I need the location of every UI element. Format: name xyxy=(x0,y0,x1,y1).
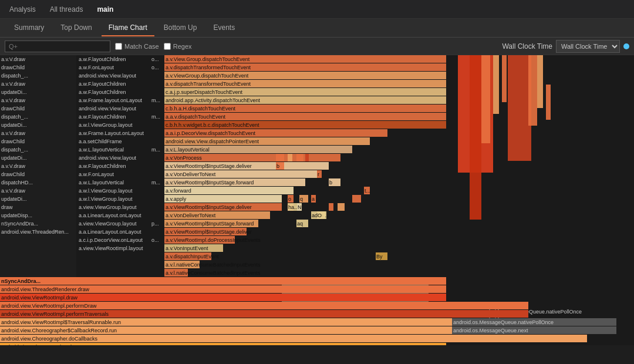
svg-text:dispatch_...: dispatch_... xyxy=(1,147,28,153)
svg-text:a.w.l.ViewGroup.layout: a.w.l.ViewGroup.layout xyxy=(79,122,133,128)
svg-text:android.view.ViewRootImpl$Trav: android.view.ViewRootImpl$TraversalRunna… xyxy=(1,319,121,325)
svg-text:b: b xyxy=(276,163,279,169)
svg-text:updateDisp...: updateDisp... xyxy=(1,213,32,218)
svg-text:c.b.h.h.v.widget.b.c.dispatchT: c.b.h.h.v.widget.b.c.dispatchTouchEvent xyxy=(166,122,259,128)
svg-text:a.w.F.layoutChildren: a.w.F.layoutChildren xyxy=(79,81,126,87)
svg-rect-139 xyxy=(329,203,333,211)
nav-all-threads[interactable]: All threads xyxy=(48,4,86,15)
svg-rect-119 xyxy=(276,154,284,161)
svg-rect-117 xyxy=(537,55,543,108)
svg-text:a.v.ViewRootImpl$InputStage.de: a.v.ViewRootImpl$InputStage.deliver xyxy=(166,163,252,169)
svg-text:m...: m... xyxy=(151,180,160,186)
regex-checkbox[interactable] xyxy=(164,43,171,50)
svg-text:a.v.dispatchTransformedTouchEv: a.v.dispatchTransformedTouchEvent xyxy=(166,65,251,70)
svg-text:updateDi...: updateDi... xyxy=(1,122,27,128)
svg-text:a.v.ViewRootImpl.doProcessInpu: a.v.ViewRootImpl.doProcessInputEvents xyxy=(166,237,261,243)
svg-text:drawChild: drawChild xyxy=(1,65,25,70)
svg-rect-121 xyxy=(296,154,303,161)
wall-clock-select[interactable]: Wall Clock Time Thread Time xyxy=(556,40,620,53)
svg-text:b: b xyxy=(329,180,332,186)
search-bar: Match Case Regex Wall Clock Time Wall Cl… xyxy=(0,38,634,55)
svg-text:a.v.V.draw: a.v.V.draw xyxy=(1,56,26,62)
svg-text:a.a.i.p.DecorView.dispatchTouc: a.a.i.p.DecorView.dispatchTouchEvent xyxy=(166,130,255,136)
svg-text:draw: draw xyxy=(1,204,13,210)
tab-bottom-up[interactable]: Bottom Up xyxy=(157,20,204,36)
svg-text:q: q xyxy=(300,196,303,202)
tab-flame-chart[interactable]: Flame Chart xyxy=(102,20,154,36)
svg-text:updateDi...: updateDi... xyxy=(1,155,27,161)
svg-text:o...: o... xyxy=(151,56,159,62)
svg-text:nSyncAndDra...: nSyncAndDra... xyxy=(1,278,41,284)
svg-text:a.view.ViewRootImpl.layout: a.view.ViewRootImpl.layout xyxy=(79,245,143,251)
svg-text:a.v.VonDeliverToNext: a.v.VonDeliverToNext xyxy=(166,171,216,177)
svg-text:a.w.F.layoutChildren: a.w.F.layoutChildren xyxy=(79,89,126,95)
svg-text:a.v.ViewRootImpl$InputStage.fo: a.v.ViewRootImpl$InputStage.forward xyxy=(166,180,254,186)
svg-text:android.view.ThreadedRenderer.: android.view.ThreadedRenderer.draw xyxy=(1,287,90,292)
flame-chart-svg[interactable]: a.v.V.draw drawChild dispatch_... a.v.V.… xyxy=(0,55,634,345)
svg-text:a.v.ViewRootImpl$InputStage.de: a.v.ViewRootImpl$InputStage.deliver xyxy=(166,229,252,235)
match-case-checkbox[interactable] xyxy=(115,43,122,50)
svg-text:By: By xyxy=(376,254,383,259)
tab-summary[interactable]: Summary xyxy=(7,20,51,36)
svg-text:a.w.Frame.Layout.onLayout: a.w.Frame.Layout.onLayout xyxy=(79,130,144,136)
svg-text:a.v.VonInputEvent: a.v.VonInputEvent xyxy=(166,245,208,251)
svg-text:a.v.View.Group.dispatchTouchEv: a.v.View.Group.dispatchTouchEvent xyxy=(166,56,250,62)
match-case-label[interactable]: Match Case xyxy=(115,43,159,50)
svg-text:p...: p... xyxy=(151,221,159,227)
svg-text:dispatchHD...: dispatchHD... xyxy=(1,180,33,186)
svg-text:a.v.V.draw: a.v.V.draw xyxy=(1,81,26,87)
svg-text:a.w.F.layoutChildren: a.w.F.layoutChildren xyxy=(79,114,126,120)
svg-text:nSyncAndDra...: nSyncAndDra... xyxy=(1,221,38,227)
svg-rect-114 xyxy=(502,55,507,102)
svg-text:android.view.Choreographer.doC: android.view.Choreographer.doCallbacks xyxy=(1,336,98,342)
svg-text:a.v.VonDeliverToNext: a.v.VonDeliverToNext xyxy=(166,213,216,218)
svg-text:android.view.ThreadedRen...: android.view.ThreadedRen... xyxy=(1,229,69,235)
tab-top-down[interactable]: Top Down xyxy=(53,20,99,36)
svg-text:a.w.F.onLayout: a.w.F.onLayout xyxy=(79,65,114,70)
svg-rect-120 xyxy=(288,154,292,161)
nav-analysis[interactable]: Analysis xyxy=(7,4,38,15)
svg-text:m...: m... xyxy=(151,114,160,120)
search-input[interactable] xyxy=(5,41,110,52)
svg-rect-116 xyxy=(528,55,537,126)
svg-text:a.w.L.layoutVertical: a.w.L.layoutVertical xyxy=(79,147,124,153)
svg-text:android.view.Choreographer.doF: android.view.Choreographer.doFrame xyxy=(1,344,90,345)
svg-text:android.os.MessageQueue.native: android.os.MessageQueue.nativePollOnce xyxy=(453,319,554,325)
svg-text:t...: t... xyxy=(365,188,370,194)
svg-text:a.v.V.draw: a.v.V.draw xyxy=(1,188,26,194)
svg-text:android.app.Activity.dispatchT: android.app.Activity.dispatchTouchEvent xyxy=(166,97,260,103)
svg-rect-141 xyxy=(352,195,361,203)
regex-label[interactable]: Regex xyxy=(164,43,192,50)
svg-text:a.v.V.draw: a.v.V.draw xyxy=(1,130,26,136)
clock-dot-indicator xyxy=(623,43,629,49)
svg-text:adO: adO xyxy=(312,213,322,218)
svg-text:a.c.i.p.DecorView.onLayout: a.c.i.p.DecorView.onLayout xyxy=(79,237,143,243)
svg-text:dispatch_...: dispatch_... xyxy=(1,114,28,120)
svg-text:aq: aq xyxy=(297,221,303,227)
svg-rect-112 xyxy=(481,55,490,143)
svg-text:dispatch_...: dispatch_... xyxy=(1,73,28,79)
svg-text:a.v.VonProcess: a.v.VonProcess xyxy=(166,155,202,161)
svg-text:a.v.L.layoutVertical: a.v.L.layoutVertical xyxy=(166,147,210,153)
svg-rect-157 xyxy=(0,277,446,285)
svg-text:a.v.l.nativeConsumeBatchedInpu: a.v.l.nativeConsumeBatchedInputEvents xyxy=(166,270,261,276)
svg-text:a.w.F.layoutChildren: a.w.F.layoutChildren xyxy=(79,56,126,62)
top-navigation: Analysis All threads main xyxy=(0,0,634,19)
svg-text:android.view.View.dispatchPoin: android.view.View.dispatchPointerEvent xyxy=(166,139,259,144)
svg-text:a.view.ViewGroup.layout: a.view.ViewGroup.layout xyxy=(79,221,137,227)
tab-events[interactable]: Events xyxy=(206,20,242,36)
svg-rect-111 xyxy=(470,55,481,220)
wall-clock-label: Wall Clock Time xyxy=(502,42,552,50)
svg-rect-113 xyxy=(493,55,499,114)
svg-text:a.v.l.nativeConsumeBatchedInpu: a.v.l.nativeConsumeBatchedInputEvents xyxy=(166,262,261,268)
svg-text:o...: o... xyxy=(151,237,159,243)
svg-text:android.view.ViewRootImpl.perf: android.view.ViewRootImpl.performTravers… xyxy=(1,311,109,317)
svg-text:drawChild: drawChild xyxy=(1,171,25,177)
nav-main[interactable]: main xyxy=(95,4,116,15)
svg-text:a: a xyxy=(312,196,315,202)
svg-text:a.w.Frame.layout.onLayout: a.w.Frame.layout.onLayout xyxy=(79,97,143,103)
svg-text:c.b.h.a.H.dispatchTouchEvent: c.b.h.a.H.dispatchTouchEvent xyxy=(166,106,236,112)
svg-text:a.v.V.draw: a.v.V.draw xyxy=(1,97,26,103)
svg-text:N: N xyxy=(298,204,302,210)
flame-chart-area: a.v.V.draw drawChild dispatch_... a.v.V.… xyxy=(0,55,634,364)
